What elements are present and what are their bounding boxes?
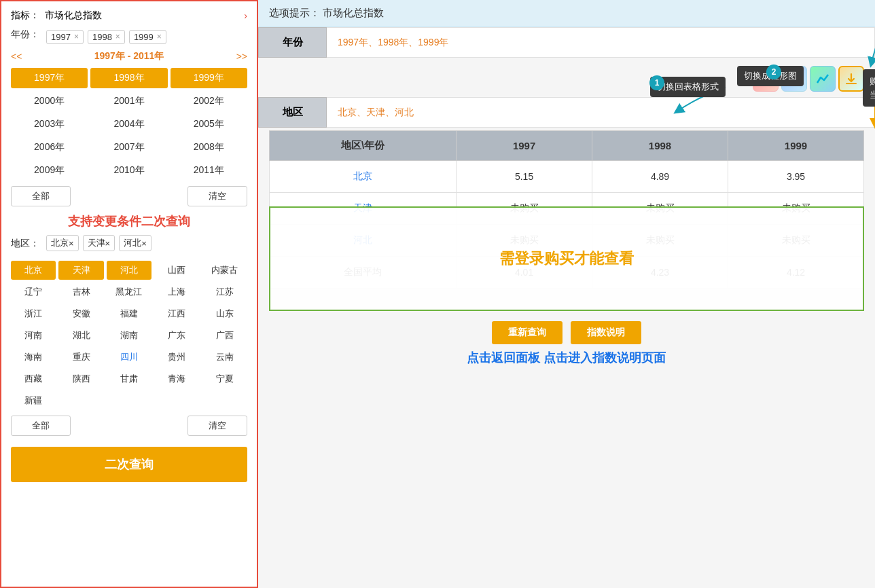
year-tag-close-1997[interactable]: × [74,32,79,41]
year-tag-close-1999[interactable]: × [157,32,162,41]
bottom-hint: 点击返回面板 点击进入指数说明页面 [258,350,875,366]
badge-2: 2 [766,65,781,79]
right-panel: 选项提示： 市场化总指数 年份 1997年、1998年、1999年 切换成柱形图… [258,0,875,588]
region-cell-ningxia[interactable]: 宁夏 [202,369,247,388]
region-cell-henan[interactable]: 河南 [11,326,56,345]
icon-area: 切换成柱形图 2 [258,60,875,97]
region-cell-hainan[interactable]: 海南 [11,348,56,367]
region-cell-jiangsu[interactable]: 江苏 [202,282,247,301]
year-cell-2007[interactable]: 2007年 [90,137,167,158]
region-clear-button[interactable]: 清空 [188,416,247,436]
download-button[interactable] [838,66,864,92]
region-cell-fujian[interactable]: 福建 [107,304,151,323]
year-cell-2002[interactable]: 2002年 [171,91,247,111]
indicator-label: 指标： 市场化总指数 [11,10,102,22]
secondary-query-text: 支持变更条件二次查询 [11,213,247,229]
year-cell-2005[interactable]: 2005年 [171,114,247,134]
region-cell-anhui[interactable]: 安徽 [58,304,103,323]
year-cell-2011[interactable]: 2011年 [171,160,247,181]
region-cell-shandong[interactable]: 山东 [202,304,247,323]
region-tag-tianjin[interactable]: 天津 × [83,235,115,251]
region-cell-neimenggu[interactable]: 内蒙古 [202,261,247,280]
bottom-buttons: 重新查询 指数说明 [258,321,875,344]
region-cell-tianjin[interactable]: 天津 [58,261,103,280]
region-cell-sichuan[interactable]: 四川 [107,348,151,367]
region-tag-close-beijing[interactable]: × [69,238,74,249]
year-tag-1998[interactable]: 1998 × [88,30,125,44]
year-nav-right[interactable]: >> [236,51,247,62]
region-cell-liaoning[interactable]: 辽宁 [11,282,56,301]
region-grid: 北京 天津 河北 山西 内蒙古 辽宁 吉林 黑龙江 上海 江苏 浙江 安徽 福建… [11,261,247,410]
region-tag-beijing[interactable]: 北京 × [46,235,79,251]
year-tag-close-1998[interactable]: × [115,32,120,41]
year-cell-2001[interactable]: 2001年 [90,91,167,111]
region-cell-guizhou[interactable]: 贵州 [154,348,199,367]
indicator-row: 指标： 市场化总指数 › [11,10,247,22]
region-tag-hebei[interactable]: 河北 × [119,235,151,251]
second-query-button[interactable]: 二次查询 [11,447,247,482]
option-hint-value: 市场化总指数 [323,7,384,18]
right-content: 选项提示： 市场化总指数 年份 1997年、1998年、1999年 切换成柱形图… [258,0,875,366]
year-cell-2006[interactable]: 2006年 [11,137,88,158]
region-cell-gansu[interactable]: 甘肃 [107,369,151,388]
region-cell-heilongjiang[interactable]: 黑龙江 [107,282,151,301]
svg-rect-7 [797,75,800,84]
region-cell-yunnan[interactable]: 云南 [202,348,247,367]
year-all-button[interactable]: 全部 [11,186,71,206]
year-cell-1999[interactable]: 1999年 [171,68,247,88]
year-cell-1997[interactable]: 1997年 [11,68,88,88]
region-btn-row: 全部 清空 [11,416,247,436]
year-tag-1999[interactable]: 1999 × [129,30,166,44]
year-info-value: 1997年、1998年、1999年 [327,28,875,58]
svg-rect-5 [789,80,791,84]
region-cell-beijing[interactable]: 北京 [11,261,56,280]
year-nav-left[interactable]: << [11,51,22,62]
region-cell-xizang[interactable]: 西藏 [11,369,56,388]
region-cell-hebei[interactable]: 河北 [107,261,151,280]
indicator-arrow[interactable]: › [244,10,247,21]
region-cell-zhejiang[interactable]: 浙江 [11,304,56,323]
region-cell-jilin[interactable]: 吉林 [58,282,103,301]
region-tag-close-hebei[interactable]: × [141,238,147,249]
region-cell-qinghai[interactable]: 青海 [154,369,199,388]
year-cell-2010[interactable]: 2010年 [90,160,167,181]
bar-chart-button[interactable] [781,66,807,92]
region-cell-chongqing[interactable]: 重庆 [58,348,103,367]
year-info-table: 年份 1997年、1998年、1999年 [258,27,875,58]
year-grid: 1997年 1998年 1999年 2000年 2001年 2002年 2003… [11,68,247,181]
region-info-table: 地区 北京、天津、河北 [258,97,875,128]
year-info-label: 年份 [259,28,327,58]
region-all-button[interactable]: 全部 [11,416,71,436]
year-cell-2008[interactable]: 2008年 [171,137,247,158]
year-cell-1998[interactable]: 1998年 [90,68,167,88]
line-chart-button[interactable] [810,66,836,92]
cell-region-beijing: 北京 [270,161,457,193]
year-cell-2009[interactable]: 2009年 [11,160,88,181]
index-desc-button[interactable]: 指数说明 [571,321,641,344]
year-cell-2000[interactable]: 2000年 [11,91,88,111]
region-cell-shaanxi[interactable]: 陕西 [58,369,103,388]
year-cell-2003[interactable]: 2003年 [11,114,88,134]
region-section: 地区： 北京 × 天津 × 河北 × 北京 天津 河北 山西 [11,235,247,436]
region-tag-close-tianjin[interactable]: × [105,238,111,249]
region-cell-guangdong[interactable]: 广东 [154,326,199,345]
region-cell-hunan[interactable]: 湖南 [107,326,151,345]
region-cell-shanxi[interactable]: 山西 [154,261,199,280]
region-cell-xinjiang[interactable]: 新疆 [11,391,56,410]
icon-buttons-row [258,60,875,97]
region-cell-jiangxi[interactable]: 江西 [154,304,199,323]
year-cell-2004[interactable]: 2004年 [90,114,167,134]
year-clear-button[interactable]: 清空 [188,186,247,206]
year-btn-row: 全部 清空 [11,186,247,206]
region-cell-hubei[interactable]: 湖北 [58,326,103,345]
login-overlay: 需登录购买才能查看 [269,206,864,311]
badge-1: 1 [649,75,664,90]
region-cell-guangxi[interactable]: 广西 [202,326,247,345]
requery-button[interactable]: 重新查询 [492,321,562,344]
year-tag-1997[interactable]: 1997 × [46,30,84,44]
region-tags: 北京 × 天津 × 河北 × [46,235,151,251]
cell-beijing-1997: 5.15 [457,161,592,193]
cell-beijing-1999: 3.95 [728,161,864,193]
region-cell-shanghai[interactable]: 上海 [154,282,199,301]
svg-rect-6 [793,77,796,84]
